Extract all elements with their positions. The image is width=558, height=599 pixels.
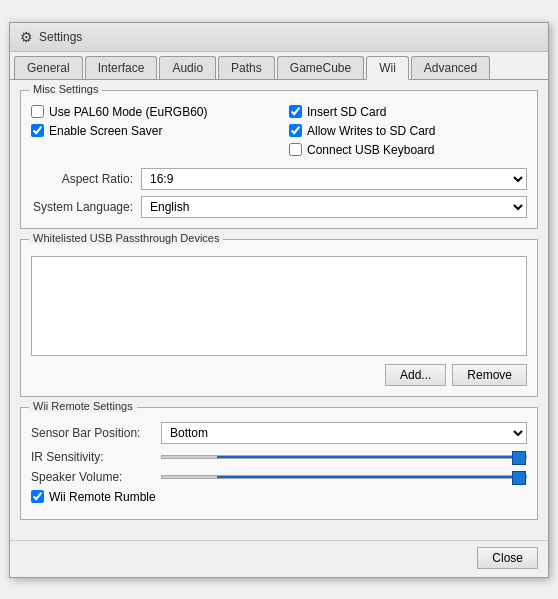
footer: Close xyxy=(10,540,548,577)
sensor-bar-select[interactable]: Top Bottom xyxy=(161,422,527,444)
close-button[interactable]: Close xyxy=(477,547,538,569)
tab-advanced[interactable]: Advanced xyxy=(411,56,490,79)
misc-left-col: Use PAL60 Mode (EuRGB60) Enable Screen S… xyxy=(31,105,269,162)
wii-rumble-label: Wii Remote Rumble xyxy=(49,490,156,504)
system-language-row: System Language: English German French S… xyxy=(31,196,527,218)
checkbox-pal60: Use PAL60 Mode (EuRGB60) xyxy=(31,105,269,119)
checkbox-screensaver: Enable Screen Saver xyxy=(31,124,269,138)
ir-sensitivity-track xyxy=(161,455,527,459)
add-button[interactable]: Add... xyxy=(385,364,446,386)
system-language-label: System Language: xyxy=(31,200,141,214)
aspect-ratio-select[interactable]: 4:3 16:9 Auto xyxy=(141,168,527,190)
whitelist-group: Whitelisted USB Passthrough Devices Add.… xyxy=(20,239,538,397)
ir-sensitivity-label: IR Sensitivity: xyxy=(31,450,161,464)
speaker-volume-label: Speaker Volume: xyxy=(31,470,161,484)
wii-remote-title: Wii Remote Settings xyxy=(29,400,137,412)
tab-interface[interactable]: Interface xyxy=(85,56,158,79)
screensaver-label: Enable Screen Saver xyxy=(49,124,162,138)
wii-rumble-row: Wii Remote Rumble xyxy=(31,490,527,504)
aspect-ratio-row: Aspect Ratio: 4:3 16:9 Auto xyxy=(31,168,527,190)
screensaver-checkbox[interactable] xyxy=(31,124,44,137)
sensor-bar-label: Sensor Bar Position: xyxy=(31,426,161,440)
ir-sensitivity-row: IR Sensitivity: xyxy=(31,450,527,464)
misc-settings-title: Misc Settings xyxy=(29,83,102,95)
whitelist-title: Whitelisted USB Passthrough Devices xyxy=(29,232,223,244)
remove-button[interactable]: Remove xyxy=(452,364,527,386)
tab-general[interactable]: General xyxy=(14,56,83,79)
wii-remote-content: Sensor Bar Position: Top Bottom IR Sensi… xyxy=(31,422,527,504)
tab-bar: General Interface Audio Paths GameCube W… xyxy=(10,52,548,80)
system-language-select[interactable]: English German French Spanish Italian Du… xyxy=(141,196,527,218)
pal60-label: Use PAL60 Mode (EuRGB60) xyxy=(49,105,208,119)
pal60-checkbox[interactable] xyxy=(31,105,44,118)
ir-sensitivity-fill xyxy=(217,456,526,458)
checkbox-usb-keyboard: Connect USB Keyboard xyxy=(289,143,527,157)
allow-writes-label: Allow Writes to SD Card xyxy=(307,124,435,138)
tab-gamecube[interactable]: GameCube xyxy=(277,56,364,79)
settings-window: ⚙ Settings General Interface Audio Paths… xyxy=(9,22,549,578)
aspect-ratio-label: Aspect Ratio: xyxy=(31,172,141,186)
speaker-volume-slider-container xyxy=(161,475,527,479)
window-title: Settings xyxy=(39,30,82,44)
usb-keyboard-label: Connect USB Keyboard xyxy=(307,143,434,157)
misc-settings-content: Use PAL60 Mode (EuRGB60) Enable Screen S… xyxy=(31,105,527,218)
whitelist-listbox[interactable] xyxy=(31,256,527,356)
misc-checkboxes: Use PAL60 Mode (EuRGB60) Enable Screen S… xyxy=(31,105,527,162)
ir-sensitivity-slider-container xyxy=(161,455,527,459)
misc-settings-group: Misc Settings Use PAL60 Mode (EuRGB60) E… xyxy=(20,90,538,229)
tab-content: Misc Settings Use PAL60 Mode (EuRGB60) E… xyxy=(10,80,548,540)
speaker-volume-fill xyxy=(217,476,526,478)
title-bar: ⚙ Settings xyxy=(10,23,548,52)
insert-sd-label: Insert SD Card xyxy=(307,105,386,119)
misc-right-col: Insert SD Card Allow Writes to SD Card C… xyxy=(289,105,527,162)
sensor-bar-row: Sensor Bar Position: Top Bottom xyxy=(31,422,527,444)
tab-paths[interactable]: Paths xyxy=(218,56,275,79)
tab-audio[interactable]: Audio xyxy=(159,56,216,79)
allow-writes-checkbox[interactable] xyxy=(289,124,302,137)
window-icon: ⚙ xyxy=(20,29,33,45)
whitelist-buttons: Add... Remove xyxy=(31,364,527,386)
checkbox-insert-sd: Insert SD Card xyxy=(289,105,527,119)
speaker-volume-thumb[interactable] xyxy=(512,471,526,485)
speaker-volume-row: Speaker Volume: xyxy=(31,470,527,484)
usb-keyboard-checkbox[interactable] xyxy=(289,143,302,156)
wii-rumble-checkbox[interactable] xyxy=(31,490,44,503)
tab-wii[interactable]: Wii xyxy=(366,56,409,80)
ir-sensitivity-thumb[interactable] xyxy=(512,451,526,465)
wii-remote-group: Wii Remote Settings Sensor Bar Position:… xyxy=(20,407,538,520)
insert-sd-checkbox[interactable] xyxy=(289,105,302,118)
checkbox-allow-writes: Allow Writes to SD Card xyxy=(289,124,527,138)
speaker-volume-track xyxy=(161,475,527,479)
